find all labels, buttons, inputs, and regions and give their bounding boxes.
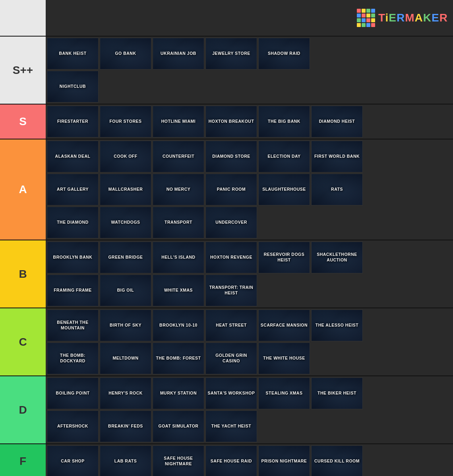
header-spacer xyxy=(0,0,46,36)
heist-card[interactable]: JEWELRY STORE xyxy=(205,38,257,70)
tier-label-spp: S++ xyxy=(0,37,46,104)
heist-card[interactable]: THE BIKER HEIST xyxy=(311,377,363,409)
heist-card[interactable]: TRANSPORT xyxy=(153,207,204,238)
heist-card[interactable]: SAFE HOUSE NIGHTMARE xyxy=(153,445,204,476)
heist-card[interactable]: MELTDOWN xyxy=(100,342,151,374)
logo-grid xyxy=(357,9,375,27)
heist-card[interactable]: BIRTH OF SKY xyxy=(100,310,151,341)
heist-card[interactable]: ALASKAN DEAL xyxy=(47,141,99,172)
logo-grid-cell xyxy=(366,14,370,17)
tier-label-f: F xyxy=(0,444,46,476)
cards-row: BOILING POINTHENRY'S ROCKMURKY STATIONSA… xyxy=(46,376,453,409)
cards-row: BENEATH THE MOUNTAINBIRTH OF SKYBROOKLYN… xyxy=(46,308,453,341)
cards-row: CAR SHOPLAB RATSSAFE HOUSE NIGHTMARESAFE… xyxy=(46,444,453,476)
heist-card[interactable]: THE ALESSO HEIST xyxy=(311,310,363,341)
heist-card[interactable]: SHADOW RAID xyxy=(258,38,310,70)
heist-card[interactable]: SHACKLETHORNE AUCTION xyxy=(311,242,363,273)
heist-card[interactable]: PRISON NIGHTMARE xyxy=(258,445,310,476)
heist-card[interactable]: BANK HEIST xyxy=(47,38,99,70)
logo-grid-cell xyxy=(366,18,370,22)
heist-card[interactable]: HOXTON REVENGE xyxy=(205,242,257,273)
logo-grid-cell xyxy=(362,18,366,22)
cards-row: AFTERSHOCKBREAKIN' FEDSGOAT SIMULATORTHE… xyxy=(46,409,453,443)
heist-card[interactable]: THE DIAMOND xyxy=(47,207,99,238)
tier-row-d: DBOILING POINTHENRY'S ROCKMURKY STATIONS… xyxy=(0,376,453,444)
heist-card[interactable]: UKRAINIAN JOB xyxy=(153,38,204,70)
tier-cards-d: BOILING POINTHENRY'S ROCKMURKY STATIONSA… xyxy=(46,376,453,443)
header-content: TiERMAKER xyxy=(46,0,453,36)
tier-label-c: C xyxy=(0,308,46,375)
tiermaker-logo-text: TiERMAKER xyxy=(378,12,448,24)
heist-card[interactable]: BOILING POINT xyxy=(47,377,99,409)
cards-row: ALASKAN DEALCOOK OFFCOUNTERFEITDIAMOND S… xyxy=(46,139,453,172)
heist-card[interactable]: COUNTERFEIT xyxy=(153,141,204,172)
heist-card[interactable]: LAB RATS xyxy=(100,445,151,476)
tier-cards-c: BENEATH THE MOUNTAINBIRTH OF SKYBROOKLYN… xyxy=(46,308,453,375)
heist-card[interactable]: THE BOMB: FOREST xyxy=(153,342,204,374)
heist-card[interactable]: TRANSPORT: TRAIN HEIST xyxy=(205,275,257,306)
cards-row: THE BOMB: DOCKYARDMELTDOWNTHE BOMB: FORE… xyxy=(46,341,453,375)
heist-card[interactable]: STEALING XMAS xyxy=(258,377,310,409)
heist-card[interactable]: ELECTION DAY xyxy=(258,141,310,172)
heist-card[interactable]: FIRESTARTER xyxy=(47,106,99,137)
heist-card[interactable]: NIGHTCLUB xyxy=(47,71,99,103)
heist-card[interactable]: SANTA'S WORKSHOP xyxy=(205,377,257,409)
heist-card[interactable]: SCARFACE MANSION xyxy=(258,310,310,341)
heist-card[interactable]: HENRY'S ROCK xyxy=(100,377,151,409)
heist-card[interactable]: BENEATH THE MOUNTAIN xyxy=(47,310,99,341)
heist-card[interactable]: MURKY STATION xyxy=(153,377,204,409)
heist-card[interactable]: BROOKLYN BANK xyxy=(47,242,99,273)
heist-card[interactable]: AFTERSHOCK xyxy=(47,410,99,442)
heist-card[interactable]: GREEN BRIDGE xyxy=(100,242,151,273)
heist-card[interactable]: CAR SHOP xyxy=(47,445,99,476)
logo-grid-cell xyxy=(366,9,370,13)
heist-card[interactable]: RATS xyxy=(311,174,363,205)
heist-card[interactable]: GOAT SIMULATOR xyxy=(153,410,204,442)
heist-card[interactable]: CURSED KILL ROOM xyxy=(311,445,363,476)
heist-card[interactable]: THE BIG BANK xyxy=(258,106,310,137)
cards-row: THE DIAMONDWATCHDOGSTRANSPORTUNDERCOVER xyxy=(46,205,453,240)
heist-card[interactable]: UNDERCOVER xyxy=(205,207,257,238)
cards-row: NIGHTCLUB xyxy=(46,70,453,104)
heist-card[interactable]: DIAMOND HEIST xyxy=(311,106,363,137)
heist-card[interactable]: HOTLINE MIAMI xyxy=(153,106,204,137)
heist-card[interactable]: SAFE HOUSE RAID xyxy=(205,445,257,476)
heist-card[interactable]: HEAT STREET xyxy=(205,310,257,341)
cards-row: FIRESTARTERFOUR STORESHOTLINE MIAMIHOXTO… xyxy=(46,104,453,139)
heist-card[interactable]: HELL'S ISLAND xyxy=(153,242,204,273)
tier-cards-f: CAR SHOPLAB RATSSAFE HOUSE NIGHTMARESAFE… xyxy=(46,444,453,476)
heist-card[interactable]: ART GALLERY xyxy=(47,174,99,205)
heist-card[interactable]: GO BANK xyxy=(100,38,151,70)
logo-grid-cell xyxy=(357,18,361,22)
heist-card[interactable]: BREAKIN' FEDS xyxy=(100,410,151,442)
tier-row-s: SFIRESTARTERFOUR STORESHOTLINE MIAMIHOXT… xyxy=(0,104,453,139)
heist-card[interactable]: FRAMING FRAME xyxy=(47,275,99,306)
tier-label-a: A xyxy=(0,139,46,240)
heist-card[interactable]: THE YACHT HEIST xyxy=(205,410,257,442)
heist-card[interactable]: THE BOMB: DOCKYARD xyxy=(47,342,99,374)
heist-card[interactable]: NO MERCY xyxy=(153,174,204,205)
tier-row-c: CBENEATH THE MOUNTAINBIRTH OF SKYBROOKLY… xyxy=(0,308,453,376)
heist-card[interactable]: HOXTON BREAKOUT xyxy=(205,106,257,137)
heist-card[interactable]: FOUR STORES xyxy=(100,106,151,137)
tier-cards-spp: BANK HEISTGO BANKUKRAINIAN JOBJEWELRY ST… xyxy=(46,37,453,104)
heist-card[interactable]: WHITE XMAS xyxy=(153,275,204,306)
tier-label-s: S xyxy=(0,104,46,139)
heist-card[interactable]: BROOKLYN 10-10 xyxy=(153,310,204,341)
heist-card[interactable]: PANIC ROOM xyxy=(205,174,257,205)
heist-card[interactable]: COOK OFF xyxy=(100,141,151,172)
logo-grid-cell xyxy=(366,23,370,27)
tier-label-b: B xyxy=(0,240,46,308)
header-row: TiERMAKER xyxy=(0,0,453,37)
heist-card[interactable]: BIG OIL xyxy=(100,275,151,306)
heist-card[interactable]: GOLDEN GRIN CASINO xyxy=(205,342,257,374)
heist-card[interactable]: MALLCRASHER xyxy=(100,174,151,205)
tiermaker-logo[interactable]: TiERMAKER xyxy=(357,9,452,27)
heist-card[interactable]: WATCHDOGS xyxy=(100,207,151,238)
heist-card[interactable]: THE WHITE HOUSE xyxy=(258,342,310,374)
cards-row: BANK HEISTGO BANKUKRAINIAN JOBJEWELRY ST… xyxy=(46,37,453,70)
heist-card[interactable]: DIAMOND STORE xyxy=(205,141,257,172)
heist-card[interactable]: FIRST WORLD BANK xyxy=(311,141,363,172)
heist-card[interactable]: RESERVOIR DOGS HEIST xyxy=(258,242,310,273)
heist-card[interactable]: SLAUGHTERHOUSE xyxy=(258,174,310,205)
